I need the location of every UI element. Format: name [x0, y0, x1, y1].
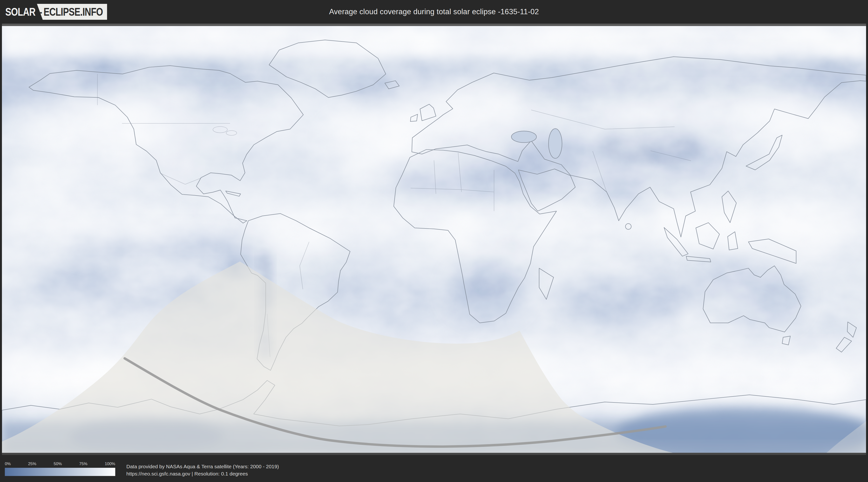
legend-tick: 75%: [79, 461, 88, 466]
legend-tick: 100%: [105, 461, 115, 466]
logo-box: -ECLIPSE.INFO: [37, 4, 107, 20]
attribution-line-1: Data provided by NASAs Aqua & Terra sate…: [126, 463, 279, 470]
legend-tick: 0%: [5, 461, 11, 466]
attribution-line-2: https://neo.sci.gsfc.nasa.gov | Resoluti…: [126, 470, 279, 477]
cloud-coverage-legend: 0% 25% 50% 75% 100%: [5, 461, 115, 476]
site-header: SOLAR -ECLIPSE.INFO Average cloud covera…: [0, 0, 868, 24]
sri-lanka: [625, 224, 631, 229]
world-cloud-map: [2, 26, 866, 453]
legend-gradient-bar: [5, 468, 115, 476]
legend-tick: 50%: [54, 461, 62, 466]
caspian-sea: [549, 129, 562, 158]
logo-separator: -: [39, 5, 42, 18]
data-attribution: Data provided by NASAs Aqua & Terra sate…: [126, 463, 279, 477]
black-sea: [512, 131, 536, 143]
legend-tick-labels: 0% 25% 50% 75% 100%: [5, 461, 115, 466]
site-logo[interactable]: SOLAR -ECLIPSE.INFO: [5, 4, 107, 20]
map-container: [2, 24, 866, 455]
logo-text-eclipse-info: ECLIPSE.INFO: [44, 5, 103, 18]
page-title: Average cloud coverage during total sola…: [329, 7, 539, 16]
logo-text-solar: SOLAR: [5, 4, 35, 20]
page-footer: 0% 25% 50% 75% 100% Data provided by NAS…: [0, 457, 868, 482]
legend-tick: 25%: [28, 461, 36, 466]
